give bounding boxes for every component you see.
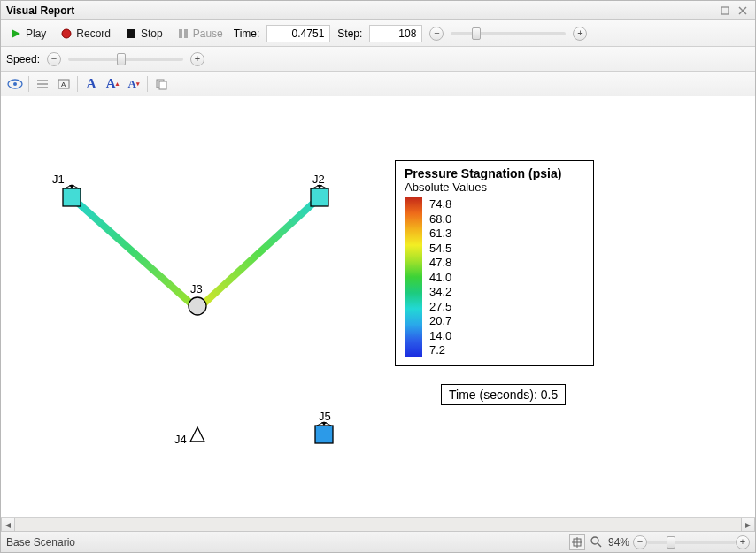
legend-ticks: 74.868.061.3 54.547.841.0 34.227.520.7 1… [429, 197, 451, 357]
zoom-out-button[interactable]: − [633, 535, 647, 549]
window-close-button[interactable] [736, 4, 750, 17]
svg-rect-21 [63, 188, 81, 206]
scroll-track[interactable] [15, 518, 741, 531]
stop-label: Stop [141, 27, 163, 40]
zoom-tool-button[interactable] [589, 534, 605, 550]
legend-color-scale [405, 197, 422, 357]
stop-icon [125, 27, 137, 40]
step-slider-thumb[interactable] [472, 27, 481, 40]
zoom-slider[interactable] [647, 541, 736, 544]
play-label: Play [26, 27, 46, 40]
svg-rect-16 [159, 81, 166, 89]
speed-slider[interactable] [68, 58, 183, 61]
svg-marker-26 [190, 427, 204, 442]
svg-point-32 [591, 537, 598, 544]
playback-toolbar: Play Record Stop Pause Time: 0.4751 Step… [1, 20, 755, 47]
list-icon[interactable] [32, 74, 53, 94]
svg-line-33 [598, 543, 601, 547]
status-bar: Base Scenario 94% − + [1, 531, 755, 552]
scroll-left-button[interactable]: ◂ [1, 518, 15, 532]
zoom-level: 94% [608, 536, 629, 549]
font-increase-icon[interactable]: A▴ [102, 74, 123, 94]
play-icon [10, 27, 22, 40]
time-display[interactable]: Time (seconds): 0.5 [441, 384, 566, 405]
step-increment-button[interactable]: + [573, 27, 587, 41]
font-decrease-icon[interactable]: A▾ [123, 74, 144, 94]
legend-subtitle: Absolute Values [405, 180, 584, 194]
horizontal-scrollbar[interactable]: ◂ ▸ [1, 517, 755, 531]
step-label: Step: [337, 27, 362, 40]
title-bar: Visual Report [1, 1, 755, 20]
network-diagram [1, 96, 755, 517]
svg-text:A: A [61, 81, 66, 88]
pause-label: Pause [193, 27, 223, 40]
svg-rect-7 [184, 29, 188, 38]
speed-toolbar: Speed: − + [1, 47, 755, 72]
node-label-j5: J5 [319, 410, 331, 423]
svg-rect-23 [311, 188, 328, 206]
speed-increment-button[interactable]: + [190, 52, 204, 66]
svg-rect-6 [179, 29, 182, 38]
canvas[interactable]: J1 J2 J3 J4 J5 Pressure Stagnation (psia… [1, 96, 755, 517]
legend[interactable]: Pressure Stagnation (psia) Absolute Valu… [395, 160, 594, 366]
window-title: Visual Report [6, 4, 74, 17]
node-label-j3: J3 [190, 282, 203, 296]
speed-decrement-button[interactable]: − [47, 52, 61, 66]
time-field[interactable]: 0.4751 [266, 25, 330, 42]
svg-rect-27 [315, 426, 333, 443]
font-icon[interactable]: A [81, 74, 102, 94]
text-box-icon[interactable]: A [53, 74, 74, 94]
record-button[interactable]: Record [57, 26, 114, 42]
time-label: Time: [234, 27, 260, 40]
copy-icon[interactable] [150, 74, 172, 94]
svg-point-4 [62, 29, 71, 38]
step-field[interactable]: 108 [369, 25, 422, 42]
speed-label: Speed: [6, 53, 40, 65]
pause-button[interactable]: Pause [174, 26, 227, 42]
zoom-in-button[interactable]: + [736, 535, 750, 549]
pause-icon [177, 27, 189, 40]
eye-icon[interactable] [4, 74, 26, 94]
svg-rect-0 [721, 7, 729, 14]
zoom-slider-thumb[interactable] [667, 536, 675, 549]
svg-point-9 [13, 82, 17, 86]
node-label-j4: J4 [174, 433, 187, 446]
record-icon [60, 27, 73, 40]
speed-slider-thumb[interactable] [117, 53, 126, 65]
svg-point-25 [189, 297, 206, 315]
svg-rect-5 [127, 29, 135, 38]
node-label-j1: J1 [52, 173, 65, 186]
svg-line-18 [201, 197, 320, 306]
svg-line-17 [72, 197, 194, 306]
play-button[interactable]: Play [6, 26, 50, 42]
step-decrement-button[interactable]: − [429, 27, 444, 41]
record-label: Record [76, 27, 111, 40]
step-slider[interactable] [451, 32, 566, 35]
view-toolbar: A A A▴ A▾ [1, 72, 755, 96]
svg-marker-3 [12, 29, 20, 38]
window-maximize-button[interactable] [718, 4, 732, 17]
legend-title: Pressure Stagnation (psia) [405, 166, 584, 180]
node-label-j2: J2 [312, 173, 325, 186]
scroll-right-button[interactable]: ▸ [741, 518, 755, 532]
stop-button[interactable]: Stop [121, 26, 166, 42]
scenario-name: Base Scenario [6, 536, 75, 549]
fit-view-button[interactable] [569, 534, 585, 550]
